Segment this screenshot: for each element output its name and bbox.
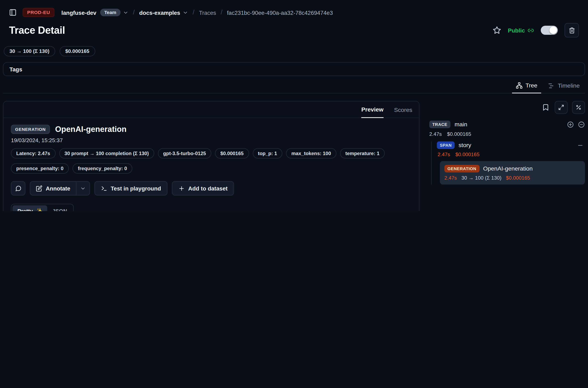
generation-name: OpenAI-generation <box>483 165 533 172</box>
token-usage-pill: 30 prompt → 100 completion (Σ 130) <box>59 148 154 159</box>
actions-row: Annotate Test in playground Add to datas… <box>11 181 411 195</box>
trace-detail-page: PROD-EU langfuse-dev Team / docs-example… <box>0 0 588 211</box>
star-icon <box>493 26 501 34</box>
edit-icon <box>36 185 42 192</box>
trace-badge: TRACE <box>429 121 451 128</box>
panel-tabs: Preview Scores <box>3 101 419 118</box>
span-metrics: 2.47s $0.000165 <box>437 152 585 157</box>
tags-section[interactable]: Tags <box>3 62 585 76</box>
frequency-penalty-pill: frequency_penalty: 0 <box>73 163 132 174</box>
show-metrics-button[interactable] <box>572 101 585 114</box>
tree-node-trace[interactable]: TRACE main <box>429 121 585 128</box>
traces-link[interactable]: Traces <box>199 9 216 16</box>
generation-latency: 2.47s <box>445 175 457 181</box>
tab-tree[interactable]: Tree <box>512 80 541 93</box>
generation-cost: $0.000165 <box>506 175 530 181</box>
tags-label: Tags <box>9 66 22 73</box>
token-usage-pill: 30 → 100 (Σ 130) <box>4 46 55 56</box>
org-selector[interactable]: langfuse-dev Team <box>55 9 129 16</box>
annotate-button[interactable]: Annotate <box>30 181 76 195</box>
add-to-dataset-label: Add to dataset <box>188 185 227 192</box>
observation-card: Preview Scores GENERATION OpenAI-generat… <box>3 101 420 211</box>
span-badge: SPAN <box>437 141 455 149</box>
annotate-dropdown-button[interactable] <box>76 181 90 195</box>
plus-circle-icon[interactable] <box>567 121 574 128</box>
playground-label: Test in playground <box>111 185 161 192</box>
delete-trace-button[interactable] <box>565 23 579 37</box>
tab-scores[interactable]: Scores <box>394 107 412 118</box>
annotate-split-button: Annotate <box>30 181 90 195</box>
chevron-down-icon <box>182 10 188 15</box>
cost-pill: $0.000165 <box>215 148 249 159</box>
public-toggle[interactable] <box>541 26 558 35</box>
observation-params-row-1: Latency: 2.47s 30 prompt → 100 completio… <box>11 148 411 159</box>
percent-icon <box>575 104 581 110</box>
bookmark-button[interactable] <box>542 104 550 111</box>
timeline-icon <box>548 82 555 89</box>
page-title: Trace Detail <box>9 24 65 36</box>
view-tabs: Tree Timeline <box>3 80 585 93</box>
generation-metrics: 2.47s 30 → 100 (Σ 130) $0.000165 <box>445 175 581 181</box>
observation-body: GENERATION OpenAI-generation 19/03/2024,… <box>3 118 419 211</box>
generation-badge: GENERATION <box>445 165 479 172</box>
content-area: Preview Scores GENERATION OpenAI-generat… <box>3 101 585 211</box>
tree-toolbar <box>429 101 585 114</box>
plus-icon <box>179 185 185 192</box>
latency-pill: Latency: 2.47s <box>11 148 55 159</box>
title-row: Trace Detail Public <box>9 23 579 38</box>
comment-button[interactable] <box>11 181 25 195</box>
minus-circle-icon[interactable] <box>578 121 585 128</box>
project-selector[interactable]: docs-examples <box>139 9 188 16</box>
breadcrumb: PROD-EU langfuse-dev Team / docs-example… <box>9 7 579 18</box>
panel-left-icon <box>9 9 17 16</box>
add-to-dataset-button[interactable]: Add to dataset <box>172 181 234 195</box>
expand-all-button[interactable] <box>555 101 567 114</box>
model-pill: gpt-3.5-turbo-0125 <box>158 148 211 159</box>
title-actions: Public <box>493 23 579 37</box>
tree-icon <box>516 82 522 89</box>
format-json-segment[interactable]: JSON <box>47 205 72 211</box>
span-name: story <box>458 142 471 148</box>
org-plan-badge: Team <box>100 9 120 16</box>
collapse-node-button[interactable] <box>577 142 584 148</box>
tab-preview[interactable]: Preview <box>361 106 384 118</box>
viewport-scaler: PROD-EU langfuse-dev Team / docs-example… <box>0 0 588 211</box>
expand-icon <box>558 104 564 110</box>
trace-id: fac231bc-90ee-490a-aa32-78c4269474e3 <box>227 9 333 16</box>
public-link[interactable]: Public <box>508 27 534 33</box>
bookmark-star-button[interactable] <box>493 26 501 34</box>
toggle-knob <box>550 26 557 34</box>
breadcrumb-separator: / <box>133 9 135 16</box>
trash-icon <box>568 27 575 33</box>
total-cost-pill: $0.000165 <box>60 46 95 56</box>
tree-zoom-controls <box>567 121 585 128</box>
generation-tokens: 30 → 100 (Σ 130) <box>461 175 501 181</box>
public-label: Public <box>508 27 525 33</box>
link-icon <box>528 27 534 33</box>
test-in-playground-button[interactable]: Test in playground <box>94 181 168 195</box>
environment-badge: PROD-EU <box>23 8 54 17</box>
tree-node-generation-selected[interactable]: GENERATION OpenAI-generation 2.47s 30 → … <box>440 161 585 185</box>
bookmark-icon <box>542 104 550 111</box>
pretty-label: Pretty <box>18 208 33 211</box>
minus-icon <box>577 142 584 148</box>
top-bar: PROD-EU langfuse-dev Team / docs-example… <box>3 7 585 38</box>
tab-timeline-label: Timeline <box>558 82 580 89</box>
tree-children: SPAN story 2.47s $0.000165 GENERATION Op… <box>431 141 585 185</box>
format-pretty-segment[interactable]: Pretty ✨ <box>13 205 47 211</box>
tab-timeline[interactable]: Timeline <box>544 80 584 93</box>
top-p-pill: top_p: 1 <box>253 148 282 159</box>
breadcrumb-separator: / <box>193 9 195 16</box>
trace-name: main <box>454 121 467 128</box>
max-tokens-pill: max_tokens: 100 <box>286 148 336 159</box>
annotate-label: Annotate <box>46 185 70 192</box>
observation-header: GENERATION OpenAI-generation <box>11 125 411 134</box>
span-latency: 2.47s <box>437 152 450 157</box>
tree-node-span[interactable]: SPAN story <box>437 141 585 149</box>
sidebar-toggle-button[interactable] <box>9 9 17 16</box>
span-cost: $0.000165 <box>455 152 479 157</box>
observation-type-badge: GENERATION <box>11 125 50 134</box>
temperature-pill: temperature: 1 <box>340 148 385 159</box>
observation-timestamp: 19/03/2024, 15:25:37 <box>11 137 411 143</box>
terminal-icon <box>101 185 107 192</box>
